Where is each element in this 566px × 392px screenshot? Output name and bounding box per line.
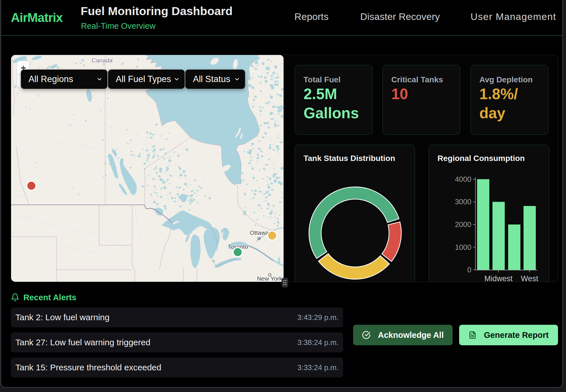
svg-text:New York: New York bbox=[257, 275, 282, 282]
svg-text:Canada: Canada bbox=[91, 57, 113, 64]
svg-text:0: 0 bbox=[467, 266, 471, 274]
svg-text:1000: 1000 bbox=[455, 243, 471, 252]
svg-text:2000: 2000 bbox=[455, 220, 471, 229]
svg-text:Midwest: Midwest bbox=[484, 274, 513, 282]
svg-text:4000: 4000 bbox=[455, 175, 471, 183]
svg-text:Ottawa: Ottawa bbox=[250, 229, 269, 236]
svg-text:West: West bbox=[521, 274, 538, 282]
svg-text:3000: 3000 bbox=[455, 197, 471, 206]
